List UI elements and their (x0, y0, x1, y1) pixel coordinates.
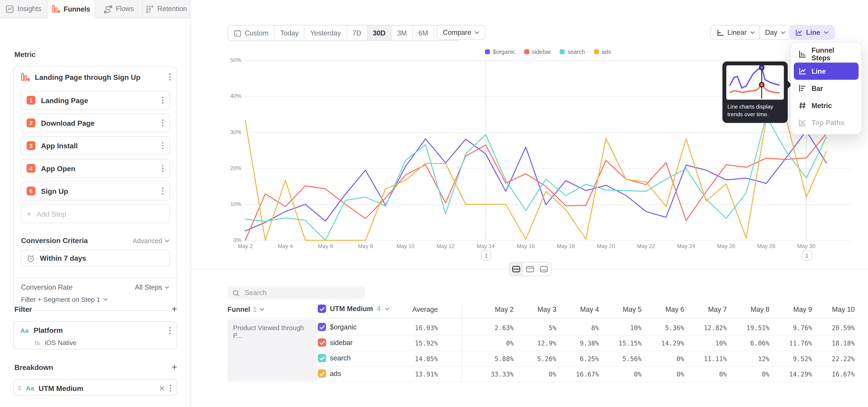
legend-item[interactable]: search (560, 48, 585, 55)
menu-item-funnel-steps[interactable]: Funnel Steps (794, 45, 859, 63)
step-kebab-icon[interactable] (162, 96, 164, 104)
funnel-title: Landing Page through Sign Up (35, 73, 164, 81)
filter-card[interactable]: Aa Platform Is iOS Native (13, 321, 177, 349)
tooltip-mini-line-chart (726, 65, 784, 100)
tab-label: Funnels (64, 5, 90, 13)
svg-text:May 4: May 4 (278, 243, 293, 249)
select-all-checkbox[interactable] (318, 305, 326, 313)
date-column-header[interactable]: May 6 (642, 306, 684, 313)
advanced-dropdown[interactable]: Advanced (133, 237, 169, 244)
funnel-step-row[interactable]: 5 Sign Up (21, 182, 170, 200)
svg-text:May 24: May 24 (677, 243, 695, 249)
svg-text:May 26: May 26 (717, 243, 735, 249)
svg-text:May 16: May 16 (517, 243, 535, 249)
funnel-step-row[interactable]: 3 App Install (21, 136, 170, 155)
legend-swatch (485, 49, 490, 54)
layout-bottom-button[interactable] (537, 262, 551, 276)
step-number-badge: 4 (27, 164, 35, 173)
filter-operator[interactable]: Is (35, 339, 40, 346)
funnel-group-cell[interactable]: Product Viewed through P... (228, 319, 317, 381)
step-label: Landing Page (41, 96, 156, 104)
legend-item[interactable]: ads (594, 48, 611, 55)
breakdown-kebab-icon[interactable] (169, 384, 172, 392)
string-type-icon: Aa (21, 327, 29, 334)
step-label: App Open (41, 164, 156, 173)
filter-kebab-icon[interactable] (169, 326, 171, 334)
add-filter-button[interactable]: + (172, 305, 177, 314)
tab-retention[interactable]: Retention (143, 0, 191, 18)
step-number-badge: 5 (27, 187, 35, 195)
date-column-header[interactable]: May 2 (471, 306, 514, 313)
svg-text:10%: 10% (230, 201, 241, 207)
tab-label: Flows (116, 5, 134, 13)
legend-label: ads (601, 48, 611, 55)
add-breakdown-button[interactable]: + (172, 363, 177, 372)
date-column-headers: May 2May 3May 4May 5May 6May 7May 8May 9… (471, 306, 855, 313)
tab-insights[interactable]: Insights (0, 0, 48, 18)
date-column-header[interactable]: May 10 (812, 306, 855, 313)
remove-breakdown-icon[interactable]: ✕ (159, 384, 165, 392)
step-kebab-icon[interactable] (162, 142, 164, 150)
svg-text:May 12: May 12 (436, 243, 455, 249)
series-sidebar[interactable] (245, 134, 827, 240)
metric-card: Landing Page through Sign Up 1 Landing P… (13, 66, 177, 311)
clock-icon (27, 254, 35, 262)
breakdown-property: UTM Medium (39, 384, 155, 392)
legend-label: sidebar (532, 48, 551, 55)
tab-flows[interactable]: Flows (95, 0, 143, 18)
tab-funnels[interactable]: Funnels (48, 0, 95, 18)
step-label: Sign Up (41, 187, 156, 195)
funnel-step-row[interactable]: 4 App Open (21, 159, 170, 178)
menu-item-bar[interactable]: Bar (794, 80, 859, 97)
svg-text:May 30: May 30 (797, 243, 815, 249)
breakdown-heading: Breakdown (14, 363, 53, 372)
card-divider (14, 277, 177, 278)
svg-text:May 14: May 14 (477, 243, 495, 249)
date-column-header[interactable]: May 8 (727, 306, 770, 313)
chart-type-tooltip: Line charts display trends over time. (722, 62, 788, 123)
average-column-header[interactable]: Average (388, 306, 438, 313)
filter-segment-step-dropdown[interactable]: Filter + Segment on Step 1 (21, 296, 108, 304)
tab-label: Insights (18, 5, 41, 13)
svg-text:May 22: May 22 (637, 243, 655, 249)
annotation-badge[interactable]: 1 (481, 250, 491, 260)
layout-top-button[interactable] (523, 262, 537, 276)
breakdown-card[interactable]: Aa UTM Medium ✕ (13, 379, 177, 396)
funnel-step-row[interactable]: 1 Landing Page (21, 91, 170, 109)
menu-item-metric[interactable]: Metric (794, 97, 859, 114)
retention-icon (146, 5, 154, 13)
funnel-step-row[interactable]: 2 Download Page (21, 114, 170, 132)
conversion-rate-dropdown[interactable]: All Steps (135, 284, 169, 291)
layout-toggle-group (509, 262, 552, 276)
legend-item[interactable]: $organic (485, 48, 515, 55)
conversion-window-value: Within 7 days (40, 254, 86, 262)
funnel-column-header[interactable]: Funnel 1 (228, 306, 265, 313)
svg-text:30%: 30% (230, 129, 241, 135)
menu-item-label: Metric (811, 101, 832, 109)
date-column-header[interactable]: May 7 (684, 306, 727, 313)
filter-value[interactable]: iOS Native (45, 339, 76, 347)
breakdown-column-header[interactable]: UTM Medium 4 (318, 305, 390, 313)
svg-text:40%: 40% (230, 93, 241, 99)
step-kebab-icon[interactable] (162, 119, 164, 127)
chart-type-menu: Funnel Steps Line Bar Metric Top Paths (790, 42, 862, 134)
legend-item[interactable]: sidebar (524, 48, 551, 55)
svg-text:50%: 50% (230, 57, 241, 63)
step-kebab-icon[interactable] (162, 187, 164, 195)
date-column-header[interactable]: May 9 (770, 306, 812, 313)
layout-split-button[interactable] (509, 262, 523, 276)
step-label: App Install (41, 142, 156, 150)
annotation-badge[interactable]: 1 (802, 250, 812, 260)
conversion-window-field[interactable]: Within 7 days (21, 250, 170, 266)
step-kebab-icon[interactable] (162, 164, 164, 172)
step-number-badge: 1 (27, 96, 35, 105)
add-step-button[interactable]: + Add Step (21, 205, 170, 223)
date-column-header[interactable]: May 5 (599, 306, 642, 313)
svg-text:May 2: May 2 (238, 243, 253, 249)
date-column-header[interactable]: May 3 (514, 306, 557, 313)
funnel-kebab-icon[interactable] (169, 73, 171, 81)
drag-handle-icon[interactable] (18, 386, 22, 390)
bar-icon (798, 84, 807, 92)
menu-item-line[interactable]: Line (794, 63, 859, 80)
date-column-header[interactable]: May 4 (556, 306, 599, 313)
